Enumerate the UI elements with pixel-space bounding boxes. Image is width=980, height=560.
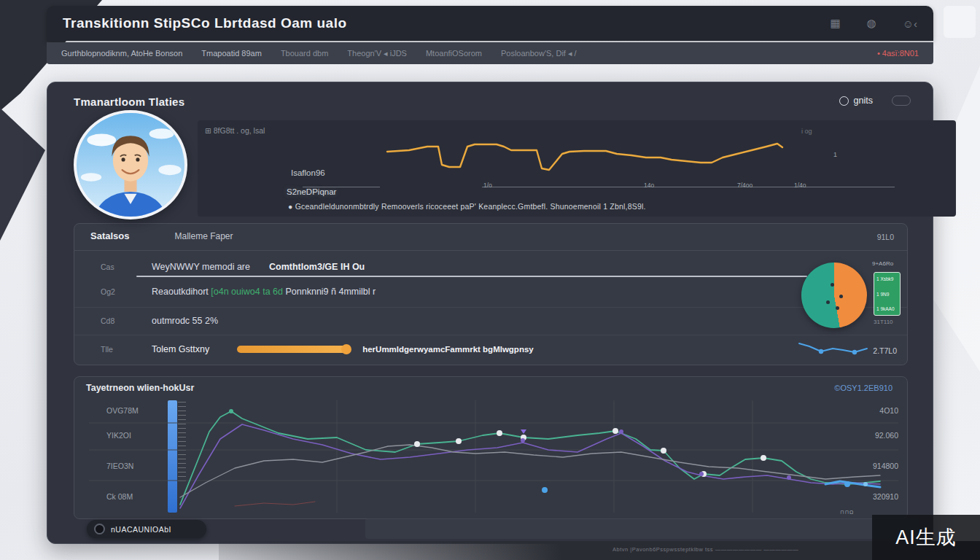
row-text: Reaoutkdihort [o4n ouiwo4 ta 6d Ponnknni…: [152, 287, 376, 297]
record-icon: [94, 524, 105, 534]
row-key: Cas: [101, 262, 152, 271]
progress-caption: herUmmldgerwyamcFammrkt bgMlwgpnsy: [362, 345, 534, 354]
bg-corner-box: [944, 6, 976, 38]
summary-top-value: 91L0: [877, 233, 894, 241]
legend-item: 1 9N9: [876, 292, 898, 297]
summary-section: Satalsos Malleme Faper 91L0 Cas WeyNWWY …: [74, 223, 908, 365]
green-text: [o4n ouiwo4 ta 6d: [211, 287, 285, 297]
pie-legend: 1 Xsbk9 1 9N9 1 9kAA0: [874, 272, 901, 316]
bottom-strip: Abtvn |Pavonb6Psspwssteptklbw tss ——————…: [219, 541, 980, 560]
bottom-strip-text: Abtvn |Pavonb6Psspwssteptklbw tss ——————…: [612, 546, 798, 553]
x-tick: 7/4oo: [737, 182, 752, 189]
row-key: Cd8: [101, 316, 152, 325]
circle-icon: [839, 96, 849, 106]
app-header: Transkitionn StipSCo Lbrtdasd Oam ualo ▦…: [47, 6, 933, 41]
row-value: 2.T7L0: [873, 346, 897, 355]
pie-chart: [801, 262, 867, 328]
nav-item-4[interactable]: MtoanfiOSorom: [426, 49, 482, 58]
nav-item-3[interactable]: Theogn'V ◂ iJDS: [347, 49, 407, 58]
summary-row-1: Cas WeyNWWY memodi are Comthtlom3/GE IH …: [101, 262, 365, 272]
top-chart-strip: ⊞ 8fG8tt . og, lsal i og Isaflon96 S2neD…: [198, 120, 956, 217]
row-text-strong: Comthtlom3/GE IH Ou: [269, 262, 365, 272]
x-tick: 14o: [644, 182, 654, 189]
series-label-2: S2neDPiqnar: [287, 187, 336, 196]
timeline-link[interactable]: ©OSY1.2EB910: [834, 384, 892, 392]
pie-dot: [831, 283, 834, 287]
chart-footnote: ⊓⊓Ω: [840, 510, 854, 516]
avatar-image: [77, 113, 184, 217]
footer-pill-button[interactable]: nUACAUNIOAbI: [87, 520, 206, 538]
legend-label-bottom: 31T110: [874, 319, 893, 325]
summary-row-2: Og2 Reaoutkdihort [o4n ouiwo4 ta 6d Ponn…: [101, 287, 376, 297]
footer-pill-label: nUACAUNIOAbI: [111, 525, 171, 534]
series-label-1: Isaflon96: [291, 168, 325, 177]
more-options-icon[interactable]: [892, 96, 911, 106]
legend-item: 1 9kAA0: [876, 306, 898, 311]
app-title: Transkitionn StipSCo Lbrtdasd Oam ualo: [63, 15, 347, 31]
panel-actions: gnits: [839, 96, 911, 106]
globe-icon[interactable]: ◍: [867, 17, 876, 30]
nav-alert-badge[interactable]: • 4asï:8N01: [877, 49, 919, 58]
nav-item-5[interactable]: Posloanbow'S, Dif ◂ /: [501, 49, 577, 58]
row-key: Tlle: [101, 345, 152, 354]
row-text: Tolem Gsttxny: [152, 344, 209, 354]
legend-label-top: 9+A6Ro: [872, 260, 893, 267]
x-tick: 1/o: [483, 182, 492, 189]
axis-line: [482, 187, 895, 187]
row-text: WeyNWWY memodi are: [152, 262, 250, 272]
timeline-chart-section: Tayetrneon wlien-hokUsr ©OSY1.2EB910 OVG…: [74, 376, 908, 519]
summary-header: Satalsos Malleme Faper: [90, 230, 233, 241]
axis-line: [303, 187, 380, 187]
ai-watermark-text: AI生成: [895, 524, 957, 551]
refresh-button[interactable]: gnits: [839, 96, 873, 106]
divider: [74, 307, 907, 308]
end-tick: 1: [833, 151, 837, 158]
pie-dot: [826, 300, 830, 304]
user-icon[interactable]: ☺‹: [903, 18, 917, 30]
nav-bar: Gurthblopnodiknm, AtoHe Bonson Tmapoatid…: [47, 42, 933, 64]
progress-bar: [237, 346, 346, 353]
nav-item-1[interactable]: Tmapoatid 89am: [201, 49, 262, 58]
header-icons: ▦ ◍ ☺‹: [830, 17, 917, 30]
divider: [74, 335, 907, 335]
summary-row-3: Cd8 outmrodc 55 2%: [101, 316, 218, 326]
nav-item-2[interactable]: Tbouard dbm: [281, 49, 328, 58]
avatar[interactable]: [74, 110, 187, 219]
multi-series-line-chart: [74, 399, 909, 514]
main-panel: Tmanartloom Tlaties gnits ⊞ 8fG8tt . og,…: [47, 82, 933, 544]
refresh-label: gnits: [854, 96, 873, 106]
summary-row-4: Tlle Tolem Gsttxny herUmmldgerwyamcFammr…: [101, 344, 534, 354]
timeline-title: Tayetrneon wlien-hokUsr: [86, 383, 194, 393]
panel-title: Tmanartloom Tlaties: [74, 96, 184, 108]
divider: [74, 250, 907, 251]
card-footer-strip: [365, 518, 919, 539]
pie-dot: [836, 306, 839, 310]
row-key: Og2: [101, 287, 152, 296]
pie-dot: [839, 295, 843, 298]
chart-note: ● Gceandleldunonmbtrdly Remooverls ricoc…: [288, 202, 646, 211]
bg-facet-left: [0, 108, 51, 246]
grid-icon[interactable]: ▦: [830, 17, 840, 30]
summary-title: Satalsos: [90, 230, 129, 241]
x-tick: 1/4o: [794, 182, 806, 189]
row-text: outmrodc 55 2%: [152, 316, 218, 326]
highlight-divider: [136, 276, 807, 277]
row-sparkline: [798, 339, 871, 358]
ai-watermark: AI生成: [872, 515, 980, 560]
nav-item-0[interactable]: Gurthblopnodiknm, AtoHe Bonson: [61, 49, 182, 58]
legend-item: 1 Xsbk9: [876, 276, 898, 281]
summary-tab[interactable]: Malleme Faper: [174, 231, 233, 241]
